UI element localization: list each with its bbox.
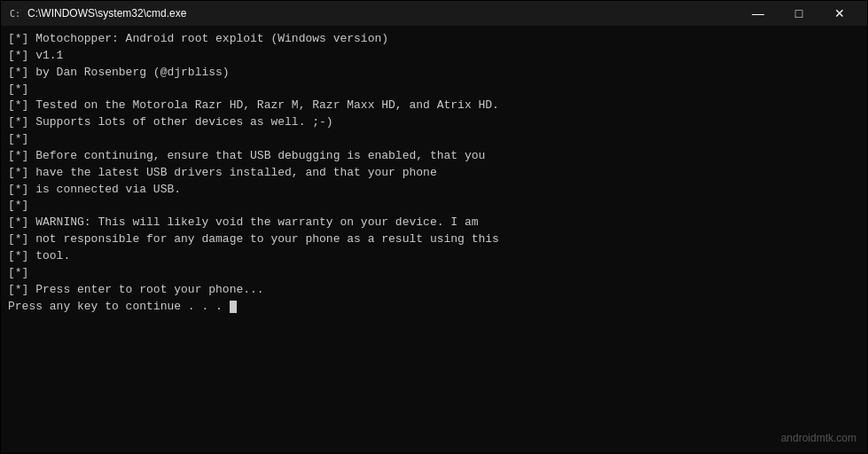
window-title: C:\WINDOWS\system32\cmd.exe — [27, 7, 738, 20]
watermark: androidmtk.com — [781, 432, 856, 444]
console-body[interactable]: [*] Motochopper: Android root exploit (W… — [1, 26, 867, 453]
cmd-icon: C:\ — [8, 6, 22, 20]
cursor — [230, 301, 237, 313]
close-button[interactable]: ✕ — [819, 1, 860, 26]
minimize-button[interactable]: — — [738, 1, 778, 26]
window-controls: — □ ✕ — [738, 1, 860, 26]
svg-text:C:\: C:\ — [10, 9, 21, 19]
title-bar: C:\ C:\WINDOWS\system32\cmd.exe — □ ✕ — [1, 1, 867, 26]
maximize-button[interactable]: □ — [778, 1, 819, 26]
console-output: [*] Motochopper: Android root exploit (W… — [8, 31, 860, 315]
cmd-window: C:\ C:\WINDOWS\system32\cmd.exe — □ ✕ [*… — [0, 0, 868, 454]
